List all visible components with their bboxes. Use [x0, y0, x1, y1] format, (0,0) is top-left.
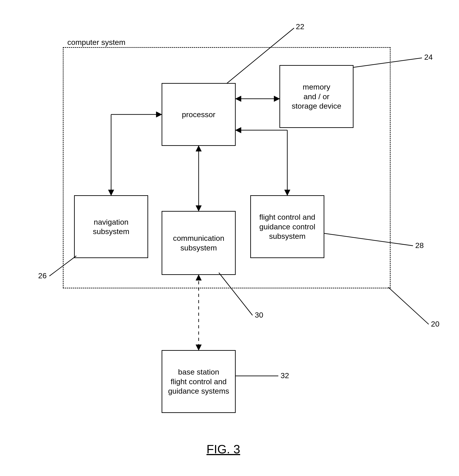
communication-box: communicationsubsystem	[162, 211, 236, 275]
system-box-label: computer system	[67, 38, 126, 46]
ref-22: 22	[296, 22, 304, 31]
ref-26: 26	[38, 272, 47, 280]
ref-30: 30	[255, 311, 263, 319]
figure-caption: FIG. 3	[206, 442, 240, 456]
svg-line-12	[388, 287, 429, 324]
flight-control-box: flight control andguidance controlsubsys…	[250, 195, 324, 258]
navigation-label: navigationsubsystem	[93, 217, 129, 236]
ref-24: 24	[424, 53, 433, 61]
memory-box: memoryand / orstorage device	[280, 65, 354, 128]
communication-label: communicationsubsystem	[173, 233, 224, 253]
base-station-box: base stationflight control andguidance s…	[162, 350, 236, 413]
ref-20: 20	[431, 320, 440, 328]
processor-box: processor	[162, 83, 236, 146]
ref-32: 32	[280, 371, 289, 380]
base-station-label: base stationflight control andguidance s…	[168, 367, 229, 396]
ref-28: 28	[415, 241, 424, 250]
navigation-box: navigationsubsystem	[74, 195, 148, 258]
flight-control-label: flight control andguidance controlsubsys…	[259, 212, 315, 241]
processor-label: processor	[182, 110, 215, 119]
diagram-canvas: computer system processor memoryand / or…	[0, 0, 459, 476]
memory-label: memoryand / orstorage device	[292, 82, 341, 111]
